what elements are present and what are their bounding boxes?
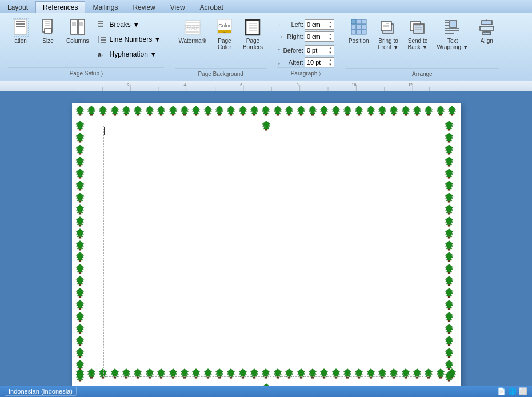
page-borders-button[interactable]: PageBorders [239, 16, 266, 53]
svg-rect-101 [114, 114, 116, 116]
tree-left [74, 275, 89, 287]
svg-marker-248 [75, 228, 83, 236]
document[interactable]: // Will be rendered via JS below [72, 103, 461, 397]
svg-text:6: 6 [240, 82, 242, 86]
tree-left [74, 168, 89, 179]
svg-marker-316 [445, 372, 453, 380]
svg-marker-308 [445, 324, 453, 332]
margins-button[interactable]: ation [8, 16, 33, 46]
svg-rect-253 [78, 260, 81, 262]
position-button[interactable]: Position [345, 16, 373, 46]
tree-right [443, 204, 458, 215]
tab-layout[interactable]: Layout [0, 1, 35, 13]
svg-rect-189 [230, 377, 232, 379]
tab-mailings[interactable]: Mailings [85, 1, 125, 13]
tree-left [74, 228, 89, 239]
align-button[interactable]: Align [474, 16, 499, 46]
tab-acrobat[interactable]: Acrobat [193, 1, 231, 13]
breaks-button[interactable]: Breaks ▼ [94, 18, 164, 31]
svg-rect-191 [242, 377, 244, 379]
svg-marker-130 [285, 106, 293, 114]
svg-marker-232 [75, 133, 83, 141]
tab-review[interactable]: Review [125, 1, 162, 13]
language-status[interactable]: Indonesian (Indonesia) [5, 387, 77, 396]
svg-marker-98 [99, 106, 107, 114]
send-to-back-button[interactable]: Send toBack ▼ [405, 16, 431, 53]
svg-marker-264 [75, 324, 83, 332]
line-numbers-icon: 1 2 3 [98, 35, 107, 44]
svg-rect-241 [78, 189, 81, 191]
svg-marker-292 [445, 228, 453, 236]
svg-rect-239 [78, 177, 81, 179]
view-button-web[interactable]: 🌐 [508, 387, 517, 395]
view-button-print[interactable]: 📄 [497, 387, 506, 395]
svg-marker-230 [75, 121, 83, 129]
svg-text:3: 3 [98, 40, 99, 43]
columns-button[interactable]: Columns [63, 16, 92, 46]
svg-marker-126 [262, 106, 270, 114]
text-wrapping-button[interactable]: TextWrapping ▼ [433, 16, 471, 53]
tree-top [353, 105, 365, 120]
bring-to-front-icon [379, 18, 398, 37]
tree-right [443, 371, 458, 382]
svg-rect-243 [78, 201, 81, 203]
svg-marker-122 [239, 106, 247, 114]
main-area: // Will be rendered via JS below [0, 91, 532, 397]
svg-rect-44 [351, 19, 356, 24]
view-button-full[interactable]: ⬜ [519, 387, 527, 395]
indent-left-input[interactable]: 0 cm ▲ ▼ [305, 19, 334, 30]
svg-rect-137 [323, 114, 325, 116]
ruler: 2 4 6 8 10 12 [0, 81, 532, 91]
spacing-before-input[interactable]: 0 pt ▲ ▼ [305, 45, 334, 55]
page-color-button[interactable]: Color ~ PageColor [212, 16, 237, 53]
line-numbers-button[interactable]: 1 2 3 Line Numbers ▼ [94, 33, 164, 46]
svg-rect-97 [90, 114, 93, 116]
bring-to-front-button[interactable]: Bring toFront ▼ [375, 16, 402, 53]
document-content-area[interactable] [103, 126, 429, 377]
svg-rect-211 [358, 377, 360, 379]
indent-right-input[interactable]: 0 cm ▲ ▼ [305, 31, 334, 42]
spacing-before-spinner[interactable]: ▲ ▼ [329, 46, 332, 55]
svg-rect-219 [405, 377, 407, 379]
svg-rect-289 [447, 213, 450, 215]
tree-top [365, 105, 377, 120]
tree-right [443, 347, 458, 359]
svg-rect-197 [277, 377, 279, 379]
tab-references[interactable]: References [35, 1, 85, 13]
svg-rect-217 [393, 377, 395, 379]
spacing-after-value: 10 pt [307, 59, 321, 66]
tree-top [132, 105, 143, 120]
hyphenation-button[interactable]: a- Hyphenation ▼ [94, 48, 164, 61]
svg-rect-129 [277, 114, 279, 116]
indent-left-spinner[interactable]: ▲ ▼ [329, 20, 332, 29]
svg-rect-6 [45, 29, 51, 34]
tree-left [74, 371, 89, 382]
tree-left [74, 120, 89, 131]
watermark-button[interactable]: DRAFT Watermark [175, 16, 210, 46]
svg-marker-128 [274, 106, 282, 114]
svg-rect-257 [78, 284, 81, 286]
svg-marker-280 [445, 157, 453, 165]
svg-rect-269 [78, 356, 81, 358]
svg-rect-267 [78, 344, 81, 346]
size-button[interactable]: Size [35, 16, 61, 46]
svg-marker-262 [75, 312, 83, 320]
tree-right [443, 287, 458, 299]
svg-marker-112 [181, 106, 189, 114]
columns-label: Columns [66, 38, 89, 44]
align-icon [478, 18, 496, 37]
svg-rect-145 [370, 114, 372, 116]
tree-top [377, 105, 388, 120]
svg-rect-141 [346, 114, 349, 116]
svg-rect-207 [334, 377, 337, 379]
indent-right-spinner[interactable]: ▲ ▼ [329, 32, 332, 41]
spacing-after-spinner[interactable]: ▲ ▼ [329, 58, 332, 67]
hyphenation-icon: a- [98, 50, 107, 59]
page-setup-label: Page Setup 〉 [8, 67, 164, 77]
svg-marker-284 [445, 181, 453, 189]
indent-right-value: 0 cm [307, 33, 321, 40]
tree-top [86, 105, 97, 120]
svg-rect-63 [450, 21, 457, 27]
spacing-after-input[interactable]: 10 pt ▲ ▼ [305, 57, 334, 67]
tab-view[interactable]: View [163, 1, 193, 13]
